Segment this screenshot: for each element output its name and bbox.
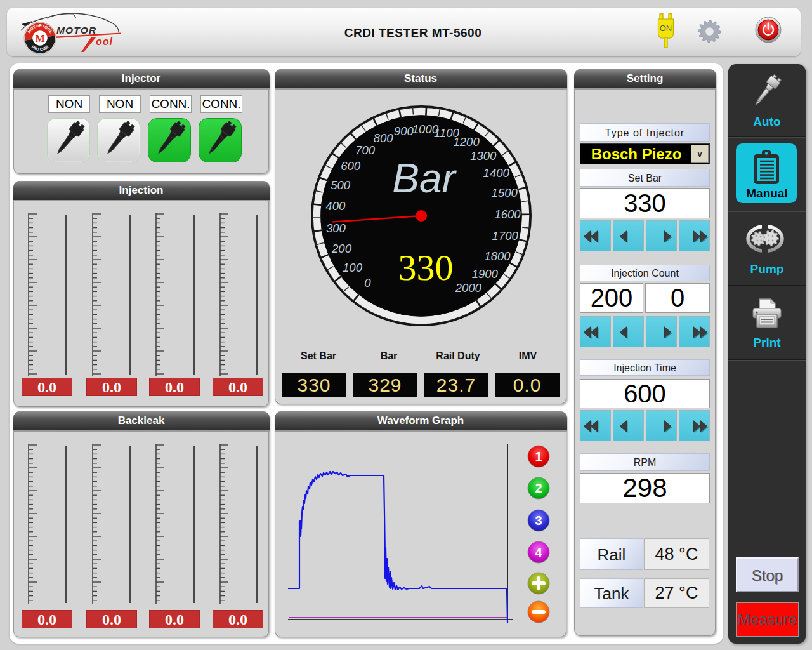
svg-text:500: 500	[331, 178, 351, 192]
svg-text:330: 330	[398, 247, 454, 288]
svg-text:MOTOR: MOTOR	[56, 25, 96, 36]
svg-text:Bar: Bar	[392, 156, 457, 201]
svg-text:1900: 1900	[472, 267, 499, 281]
svg-text:400: 400	[325, 199, 346, 213]
svg-text:2: 2	[535, 481, 542, 495]
svg-text:600: 600	[341, 159, 361, 173]
svg-text:1: 1	[535, 449, 542, 463]
svg-text:100: 100	[343, 261, 363, 274]
svg-text:1800: 1800	[484, 249, 511, 263]
svg-text:1700: 1700	[492, 229, 519, 242]
svg-text:1600: 1600	[494, 208, 521, 221]
svg-text:800: 800	[374, 131, 394, 145]
svg-text:M: M	[35, 33, 44, 44]
svg-text:700: 700	[355, 143, 376, 157]
svg-text:1200: 1200	[454, 135, 480, 149]
svg-text:4: 4	[535, 545, 542, 559]
svg-text:0: 0	[364, 276, 371, 289]
svg-text:3: 3	[535, 514, 542, 527]
svg-text:900: 900	[394, 124, 414, 138]
svg-text:1300: 1300	[470, 149, 497, 162]
svg-text:2000: 2000	[455, 281, 482, 295]
svg-text:200: 200	[331, 242, 352, 255]
svg-text:ON: ON	[660, 23, 672, 33]
svg-text:1400: 1400	[483, 166, 510, 180]
svg-text:ool: ool	[96, 36, 113, 47]
svg-text:300: 300	[326, 222, 346, 235]
svg-text:1500: 1500	[492, 186, 518, 199]
